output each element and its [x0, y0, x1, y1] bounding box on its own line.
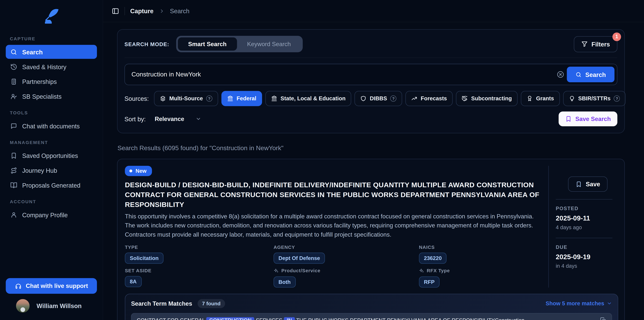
- sidebar-item-journey-hub[interactable]: Journey Hub: [6, 164, 97, 178]
- support-button-label: Chat with live support: [26, 283, 88, 289]
- search-input[interactable]: Construction in NewYork Search: [124, 64, 618, 85]
- help-icon[interactable]: [614, 95, 620, 102]
- app-logo-quill-icon: [42, 8, 60, 26]
- search-button[interactable]: Search: [567, 67, 614, 82]
- help-icon[interactable]: [206, 95, 212, 102]
- meta-naics: NAICS 236220: [419, 245, 540, 264]
- landmark-icon: [227, 95, 233, 102]
- meta-value-pill: 236220: [419, 252, 447, 264]
- sort-value: Relevance: [155, 116, 184, 122]
- search-icon: [10, 48, 17, 55]
- source-subcontracting[interactable]: Subcontracting: [456, 91, 518, 106]
- meta-value-pill: Dept Of Defense: [274, 252, 325, 264]
- history-icon: [10, 63, 17, 70]
- meta-set-aside: SET ASIDE 8A: [125, 268, 274, 287]
- copy-icon[interactable]: [600, 317, 606, 320]
- save-opportunity-button[interactable]: Save: [568, 177, 608, 192]
- sidebar: CAPTURE Search Saved & History Partnersh…: [0, 0, 103, 320]
- chat-live-support-button[interactable]: Chat with live support: [6, 278, 97, 294]
- sidebar-item-proposals-generated[interactable]: Proposals Generated: [6, 178, 97, 192]
- sidebar-item-saved-history[interactable]: Saved & History: [6, 60, 97, 74]
- help-icon[interactable]: [390, 95, 396, 102]
- source-label: SBIR/STTRs: [578, 95, 610, 102]
- source-grants[interactable]: Grants: [521, 91, 560, 106]
- save-search-button[interactable]: Save Search: [558, 111, 617, 126]
- source-dibbs[interactable]: DIBBS: [354, 91, 402, 106]
- breadcrumb-root[interactable]: Capture: [130, 8, 154, 14]
- source-sbir-sttrs[interactable]: SBIR/STTRs: [563, 91, 626, 106]
- funnel-icon: [581, 41, 588, 47]
- content-area: SEARCH MODE: Smart Search Keyword Search…: [103, 22, 644, 320]
- meta-value-pill: RFP: [419, 276, 440, 287]
- award-icon: [526, 95, 533, 102]
- opportunity-title[interactable]: DESIGN-BUILD / DESIGN-BID-BUILD, INDEFIN…: [125, 180, 540, 210]
- tab-keyword-search[interactable]: Keyword Search: [237, 37, 301, 51]
- match-row: CONTRACT FOR GENERAL CONSTRUCTION SERVIC…: [131, 313, 612, 320]
- posted-date: 2025-09-11: [556, 214, 618, 222]
- meta-value-pill: Both: [274, 276, 296, 287]
- header-divider: [124, 7, 125, 15]
- due-date: 2025-09-19: [556, 253, 618, 261]
- user-profile-row[interactable]: William Willson: [6, 299, 97, 312]
- sort-dropdown[interactable]: Relevance: [155, 116, 202, 122]
- result-side-panel: Save POSTED 2025-09-11 4 days ago DUE 20…: [548, 166, 618, 287]
- filters-button[interactable]: Filters: [574, 36, 617, 52]
- source-multi-source[interactable]: Multi-Source: [154, 91, 218, 106]
- results-summary: Search Results (6095 found) for "Constru…: [118, 144, 625, 152]
- panel-left-icon[interactable]: [112, 7, 119, 15]
- meta-label: AGENCY: [274, 245, 419, 250]
- building-icon: [10, 78, 17, 85]
- meta-label: NAICS: [419, 245, 540, 250]
- meta-label: TYPE: [125, 245, 274, 250]
- sort-label: Sort by:: [124, 115, 146, 122]
- app-window: CAPTURE Search Saved & History Partnersh…: [0, 0, 644, 320]
- breadcrumb-current: Search: [170, 8, 190, 14]
- search-mode-label: SEARCH MODE:: [124, 41, 169, 47]
- sidebar-item-label: Search: [22, 48, 43, 55]
- search-icon: [576, 71, 582, 78]
- search-term-matches: Search Term Matches 7 found Show 5 more …: [125, 293, 618, 320]
- source-label: Federal: [236, 95, 256, 102]
- source-label: State, Local & Education: [280, 95, 346, 102]
- sidebar-item-company-profile[interactable]: Company Profile: [6, 208, 97, 222]
- meta-grid: TYPE Solicitation AGENCY Dept Of Defense…: [125, 245, 540, 287]
- clear-input-icon[interactable]: [556, 70, 564, 78]
- result-info: New DESIGN-BUILD / DESIGN-BID-BUILD, IND…: [125, 166, 548, 287]
- bookmark-icon: [10, 152, 17, 159]
- sidebar-item-partnerships[interactable]: Partnerships: [6, 75, 97, 89]
- top-header: Capture Search: [103, 0, 644, 22]
- matches-header: Search Term Matches 7 found Show 5 more …: [131, 299, 612, 308]
- save-search-label: Save Search: [576, 116, 611, 122]
- sparkles-icon: [419, 268, 424, 273]
- trending-up-icon: [411, 95, 418, 102]
- search-input-row: Construction in NewYork Search: [124, 64, 618, 85]
- sidebar-item-search[interactable]: Search: [6, 45, 97, 59]
- side-divider: [556, 238, 612, 238]
- chevron-down-icon: [607, 301, 612, 306]
- sidebar-item-label: Partnerships: [22, 78, 57, 85]
- result-card: New DESIGN-BUILD / DESIGN-BID-BUILD, IND…: [117, 159, 625, 320]
- search-panel: SEARCH MODE: Smart Search Keyword Search…: [117, 29, 625, 133]
- source-forecasts[interactable]: Forecasts: [406, 91, 453, 106]
- sparkles-icon: [274, 268, 279, 273]
- new-badge: New: [125, 166, 152, 176]
- filters-count-badge: 1: [612, 32, 621, 41]
- source-label: DIBBS: [370, 95, 387, 102]
- search-query-text: Construction in NewYork: [125, 71, 201, 78]
- new-badge-label: New: [136, 168, 146, 174]
- sidebar-item-saved-opportunities[interactable]: Saved Opportunities: [6, 148, 97, 163]
- sources-label: Sources:: [124, 95, 149, 102]
- sidebar-item-label: Journey Hub: [22, 167, 57, 174]
- sidebar-section-account: ACCOUNT: [10, 199, 93, 204]
- tab-smart-search[interactable]: Smart Search: [178, 37, 237, 51]
- source-state-local-education[interactable]: State, Local & Education: [266, 91, 352, 106]
- match-text: CONTRACT FOR GENERAL CONSTRUCTION SERVIC…: [137, 317, 594, 320]
- sidebar-item-chat-with-documents[interactable]: Chat with documents: [6, 119, 97, 133]
- show-more-matches-link[interactable]: Show 5 more matches: [546, 300, 612, 306]
- meta-label: Product/Service: [274, 268, 419, 273]
- lightbulb-icon: [569, 95, 575, 102]
- sidebar-item-sb-specialists[interactable]: SB Specialists: [6, 89, 97, 103]
- source-federal[interactable]: Federal: [222, 91, 262, 106]
- sidebar-item-label: Saved Opportunities: [22, 152, 78, 159]
- user-icon: [10, 211, 17, 218]
